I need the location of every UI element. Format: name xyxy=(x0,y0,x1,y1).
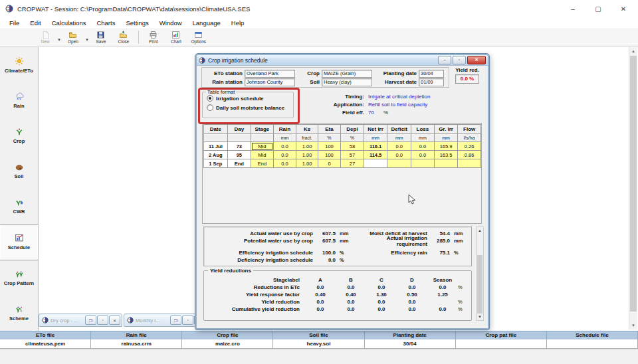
soil-field[interactable]: Heavy (clay) xyxy=(322,78,372,86)
scroll-down-icon[interactable]: ▼ xyxy=(629,321,637,329)
table-cell[interactable]: 0.0 xyxy=(273,151,296,159)
restore-button[interactable]: ❐ xyxy=(85,316,96,325)
table-cell[interactable]: 0.0 xyxy=(411,151,435,159)
planting-date-field[interactable]: 30/04 xyxy=(419,70,444,78)
table-cell[interactable]: 0.0 xyxy=(273,159,296,168)
menu-item-charts[interactable]: Charts xyxy=(91,19,120,27)
yield-red-value: 0.0 % xyxy=(455,74,479,84)
sidebar-item-cwr[interactable]: CWR xyxy=(0,189,38,224)
scroll-down-icon[interactable]: ▼ xyxy=(477,314,483,320)
chevron-down-icon[interactable]: ▼ xyxy=(85,38,89,42)
table-cell[interactable]: 2 Aug xyxy=(204,151,228,159)
table-cell[interactable]: 73 xyxy=(227,142,251,151)
menu-item-window[interactable]: Window xyxy=(154,19,187,27)
table-cell[interactable]: 0.0 xyxy=(387,151,411,159)
sidebar-item-schedule[interactable]: Schedule xyxy=(0,224,38,260)
minimize-button[interactable]: – xyxy=(569,5,577,13)
table-cell[interactable]: 95 xyxy=(227,151,251,159)
rain-station-field[interactable]: Johnson County xyxy=(245,78,295,86)
crop-field[interactable]: MAIZE (Grain) xyxy=(322,70,372,78)
chevron-down-icon[interactable]: ▼ xyxy=(57,38,61,42)
sidebar-item-crop[interactable]: Crop xyxy=(0,118,38,153)
table-cell[interactable] xyxy=(387,159,411,168)
radio-irrigation-schedule[interactable]: Irrigation schedule xyxy=(207,95,293,102)
sidebar-item-soil[interactable]: Soil xyxy=(0,153,38,188)
table-cell[interactable]: 1.00 xyxy=(296,159,318,168)
maximize-button[interactable]: ▢ xyxy=(594,5,602,13)
actual-water-use-by-crop-value: 607.5 xyxy=(313,230,336,236)
table-cell[interactable]: 114.5 xyxy=(364,151,387,159)
table-cell[interactable]: Mid xyxy=(251,151,274,159)
table-cell[interactable]: End xyxy=(227,159,251,168)
application-label: Application: xyxy=(296,102,364,108)
dialog-maximize-button[interactable]: ▫ xyxy=(453,56,466,64)
menu-item-help[interactable]: Help xyxy=(226,19,250,27)
table-cell[interactable]: 0.0 xyxy=(273,142,296,151)
table-cell[interactable]: 1 Sep xyxy=(204,159,228,168)
scroll-up-icon[interactable]: ▲ xyxy=(629,47,637,55)
mdi-vertical-scrollbar[interactable]: ▲ ▼ xyxy=(629,47,637,329)
summary-row: Actual irrigation requirement285.0mm xyxy=(356,237,470,244)
table-cell[interactable]: End xyxy=(251,159,274,168)
radio-button-icon[interactable] xyxy=(207,95,213,102)
menu-item-calculations[interactable]: Calculations xyxy=(47,19,92,27)
table-cell[interactable]: 116.1 xyxy=(364,142,387,151)
table-cell[interactable]: 27 xyxy=(341,159,364,168)
sidebar-item-rain[interactable]: Rain xyxy=(0,82,38,118)
soil-label: Soil xyxy=(297,79,320,85)
sidebar-item-label: Schedule xyxy=(8,244,30,250)
radio-button-icon[interactable] xyxy=(207,104,213,111)
print-button[interactable]: Print xyxy=(143,30,164,44)
scrollbar-thumb[interactable] xyxy=(477,255,482,314)
scheme-icon xyxy=(15,304,24,316)
yield-value: 0.0 xyxy=(427,306,458,312)
table-cell[interactable]: 165.9 xyxy=(434,142,458,151)
chart-button[interactable]: Chart xyxy=(165,30,187,44)
table-cell[interactable]: 1.00 xyxy=(296,151,318,159)
scroll-up-icon[interactable]: ▲ xyxy=(477,227,483,234)
table-cell[interactable] xyxy=(364,159,387,168)
table-cell[interactable] xyxy=(411,159,435,168)
harvest-date-field[interactable]: 01/09 xyxy=(419,78,444,86)
table-cell[interactable]: 0.0 xyxy=(387,142,411,151)
options-button[interactable]: Options xyxy=(188,30,209,44)
eto-station-field[interactable]: Overland Park xyxy=(245,70,295,78)
open-button[interactable]: Open xyxy=(62,30,84,44)
dialog-close-button[interactable]: ✕ xyxy=(467,56,486,64)
sidebar-item-scheme[interactable]: Scheme xyxy=(0,296,38,331)
scrollbar-thumb[interactable] xyxy=(630,56,637,312)
table-cell[interactable]: 0.0 xyxy=(411,142,435,151)
minimized-window-dry-crop[interactable]: Dry crop - ...❐▫✕ xyxy=(39,314,122,327)
close-button[interactable]: ✕ xyxy=(109,316,120,325)
table-cell[interactable]: 100 xyxy=(318,142,340,151)
maximize-button[interactable]: ▫ xyxy=(97,316,108,325)
dialog-title-bar[interactable]: Crop irrigation schedule – ▫ ✕ xyxy=(197,55,488,66)
table-cell[interactable]: 0 xyxy=(318,159,340,168)
save-button[interactable]: Save xyxy=(90,30,112,44)
table-cell[interactable]: 0.86 xyxy=(458,151,481,159)
menu-item-settings[interactable]: Settings xyxy=(120,19,154,27)
table-cell[interactable]: 57 xyxy=(341,151,364,159)
table-cell[interactable]: Mid xyxy=(251,142,274,151)
restore-button[interactable]: ❐ xyxy=(170,316,181,325)
table-cell[interactable] xyxy=(434,159,458,168)
table-cell[interactable] xyxy=(458,159,481,168)
results-scrollbar[interactable]: ▲ ▼ xyxy=(476,227,484,321)
table-cell[interactable]: 100 xyxy=(318,151,340,159)
close-button[interactable]: ✕ xyxy=(619,5,627,13)
maximize-button[interactable]: ▫ xyxy=(182,316,193,325)
table-cell[interactable]: 1.00 xyxy=(296,142,318,151)
table-cell[interactable]: 163.5 xyxy=(434,151,458,159)
menu-item-edit[interactable]: Edit xyxy=(25,19,46,27)
dialog-minimize-button[interactable]: – xyxy=(438,56,451,64)
table-cell[interactable]: 0.26 xyxy=(458,142,481,151)
close-button[interactable]: Close xyxy=(113,30,134,44)
radio-daily-soil-moisture-balance[interactable]: Daily soil moisture balance xyxy=(207,104,293,111)
yield-response-factor-label: Yield response factor xyxy=(204,292,305,298)
sidebar-item-climate-eto[interactable]: Climate/ETo xyxy=(0,47,38,82)
menu-item-language[interactable]: Language xyxy=(187,19,226,27)
sidebar-item-crop-pattern[interactable]: Crop Pattern xyxy=(0,260,38,296)
table-cell[interactable]: 58 xyxy=(341,142,364,151)
table-cell[interactable]: 11 Jul xyxy=(204,142,228,151)
menu-item-file[interactable]: File xyxy=(4,19,25,27)
